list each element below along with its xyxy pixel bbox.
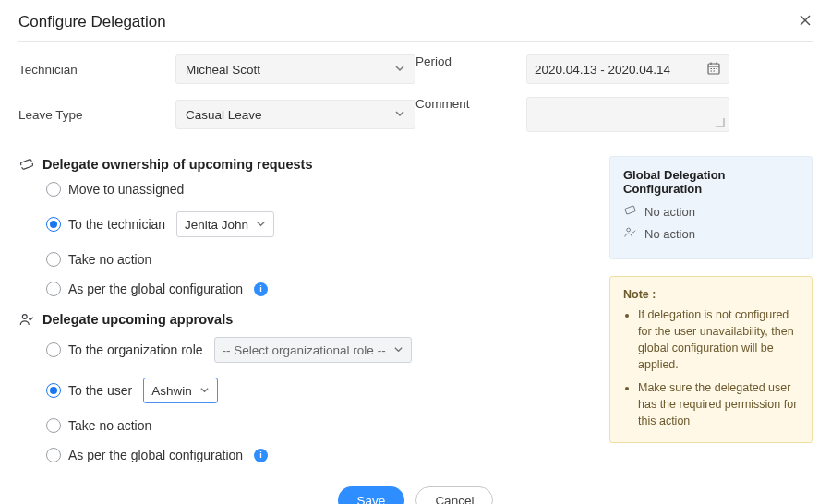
ownership-option-global[interactable]: As per the global configuration i (46, 282, 609, 296)
select-value: -- Select organizational role -- (223, 343, 386, 357)
approvals-user-select[interactable]: Ashwin (143, 378, 218, 403)
svg-point-12 (20, 165, 23, 168)
comment-input[interactable] (526, 97, 729, 132)
dialog-header: Configure Delegation (18, 13, 813, 42)
note-title: Note : (623, 288, 799, 301)
option-label: As per the global configuration (68, 448, 243, 462)
option-label: Move to unassigned (68, 182, 184, 197)
dialog-footer: Save Cancel (18, 486, 813, 504)
info-icon[interactable]: i (254, 449, 268, 462)
chevron-down-icon (394, 108, 405, 122)
radio-icon (46, 448, 61, 462)
option-label: Take no action (68, 418, 151, 433)
svg-point-16 (627, 228, 631, 232)
radio-icon (46, 383, 61, 398)
configure-delegation-dialog: Configure Delegation Technician Micheal … (0, 0, 831, 504)
ticket-icon (18, 156, 35, 173)
dialog-title: Configure Delegation (18, 13, 166, 31)
option-label: As per the global configuration (68, 282, 243, 296)
chevron-down-icon (393, 343, 403, 357)
technician-select[interactable]: Micheal Scott (175, 54, 416, 84)
option-label: To the organization role (68, 342, 203, 357)
calendar-icon (706, 61, 721, 78)
global-config-line-ownership: No action (623, 203, 799, 220)
approvals-title-text: Delegate upcoming approvals (42, 312, 233, 327)
radio-icon (46, 418, 61, 433)
technician-value: Micheal Scott (186, 63, 260, 77)
note-item: If delegation is not configured for the … (638, 306, 799, 374)
form-row-2: Leave Type Casual Leave Comment (18, 97, 813, 132)
ownership-section-title: Delegate ownership of upcoming requests (18, 156, 609, 173)
global-config-box: Global Delegation Configuration No actio… (609, 156, 813, 259)
config-line-text: No action (644, 205, 695, 219)
save-button-label: Save (357, 494, 386, 505)
svg-point-14 (22, 315, 27, 319)
ownership-option-no-action[interactable]: Take no action (46, 252, 609, 267)
global-config-title: Global Delegation Configuration (623, 168, 799, 196)
close-icon[interactable] (798, 13, 813, 30)
cancel-button[interactable]: Cancel (416, 486, 493, 504)
user-check-icon (623, 225, 637, 242)
comment-label: Comment (416, 97, 526, 111)
approvals-org-role-select[interactable]: -- Select organizational role -- (214, 337, 412, 363)
radio-icon (46, 282, 61, 296)
approvals-option-to-user[interactable]: To the user Ashwin (46, 378, 609, 403)
leave-type-label: Leave Type (18, 108, 175, 122)
form-row-1: Technician Micheal Scott Period 2020.04.… (18, 54, 813, 84)
ticket-icon (623, 203, 637, 220)
ownership-technician-select[interactable]: Jenita John (176, 211, 274, 237)
leave-type-select[interactable]: Casual Leave (175, 100, 416, 129)
approvals-section-title: Delegate upcoming approvals (18, 311, 609, 328)
config-line-text: No action (644, 227, 695, 241)
svg-rect-11 (20, 159, 33, 169)
info-icon[interactable]: i (254, 282, 268, 296)
ownership-option-to-technician[interactable]: To the technician Jenita John (46, 211, 609, 237)
approvals-option-global[interactable]: As per the global configuration i (46, 448, 609, 462)
approvals-option-org-role[interactable]: To the organization role -- Select organ… (46, 337, 609, 363)
global-config-line-approvals: No action (623, 225, 799, 242)
option-label: To the user (68, 383, 132, 398)
chevron-down-icon (394, 63, 405, 77)
technician-label: Technician (18, 63, 175, 77)
user-check-icon (18, 311, 35, 328)
leave-type-value: Casual Leave (186, 108, 262, 122)
approvals-option-no-action[interactable]: Take no action (46, 418, 609, 433)
note-list: If delegation is not configured for the … (638, 306, 799, 429)
svg-point-13 (30, 161, 33, 163)
note-box: Note : If delegation is not configured f… (609, 276, 813, 443)
ownership-option-unassigned[interactable]: Move to unassigned (46, 182, 609, 197)
select-value: Jenita John (185, 218, 248, 232)
period-value: 2020.04.13 - 2020.04.14 (535, 63, 670, 77)
radio-icon (46, 342, 61, 357)
period-input[interactable]: 2020.04.13 - 2020.04.14 (526, 54, 729, 84)
radio-icon (46, 182, 61, 197)
radio-icon (46, 252, 61, 267)
svg-rect-15 (625, 206, 636, 214)
chevron-down-icon (256, 218, 266, 232)
option-label: To the technician (68, 217, 165, 232)
select-value: Ashwin (151, 384, 192, 398)
radio-icon (46, 217, 61, 232)
save-button[interactable]: Save (338, 486, 405, 504)
period-label: Period (416, 54, 526, 68)
ownership-title-text: Delegate ownership of upcoming requests (42, 157, 312, 172)
cancel-button-label: Cancel (435, 494, 474, 505)
chevron-down-icon (199, 384, 210, 398)
note-item: Make sure the delegated user has the req… (638, 379, 799, 429)
option-label: Take no action (68, 252, 151, 267)
